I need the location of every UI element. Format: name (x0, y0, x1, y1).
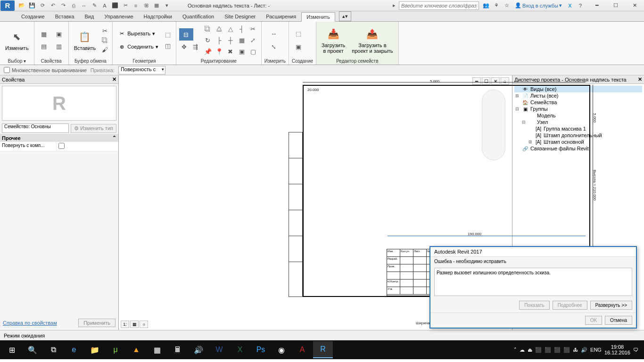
start-button[interactable]: ⊞ (2, 341, 22, 358)
cut-icon[interactable]: ✂ (100, 26, 109, 35)
open-icon[interactable]: 📂 (17, 1, 26, 10)
tray-lang[interactable]: ENG (590, 347, 602, 353)
app-logo[interactable]: R (0, 0, 15, 11)
type-props-icon[interactable]: ▤ (37, 41, 50, 52)
delete-button[interactable]: ✖ (225, 46, 236, 57)
family-cat-icon[interactable]: ▥ (52, 41, 66, 52)
edge-icon[interactable]: e (64, 341, 84, 358)
search-input[interactable] (399, 1, 479, 10)
tray-net-icon[interactable]: 🖧 (573, 347, 578, 353)
match-icon[interactable]: 🖌 (100, 45, 109, 54)
help-icon[interactable]: ? (576, 1, 585, 10)
tray-nvidia-icon[interactable]: ⬛ (535, 347, 542, 353)
word-icon[interactable]: W (209, 341, 229, 358)
explorer-icon[interactable]: 📁 (85, 341, 105, 358)
tab-expand-icon[interactable]: ▴▾ (339, 11, 351, 21)
utorrent-icon[interactable]: μ (106, 341, 125, 358)
create-group-icon[interactable]: ▣ (292, 41, 305, 53)
chrome-icon[interactable]: ◉ (272, 341, 291, 358)
measure-along-button[interactable]: ⤡ (264, 41, 283, 53)
apply-button[interactable]: Применить (78, 319, 116, 327)
exchange-icon[interactable]: X (566, 1, 574, 10)
photoshop-icon[interactable]: Ps (251, 341, 271, 358)
tray-cloud-icon[interactable]: ☁ (520, 347, 525, 353)
load-close-button[interactable]: 📤 Загрузить в проект и закрыть (349, 23, 395, 58)
paste-button[interactable]: 📋 Вставить (72, 23, 99, 58)
properties-help-link[interactable]: Справка по свойствам (3, 320, 57, 326)
wall-join-icon[interactable]: ◫ (163, 41, 173, 51)
trim-button[interactable]: ┤ (237, 24, 247, 34)
tab-create[interactable]: Создание (16, 12, 50, 21)
switch-win-icon[interactable]: ▦ (152, 1, 161, 10)
tab-manage[interactable]: Управление (99, 12, 138, 21)
view-min-icon[interactable]: ━ (472, 77, 481, 85)
properties-close-icon[interactable]: ✕ (112, 76, 116, 82)
undo-icon[interactable]: ↶ (48, 1, 58, 10)
text-icon[interactable]: A (100, 1, 109, 10)
extend-button[interactable]: ├ (214, 35, 224, 45)
close-hidden-icon[interactable]: ⊞ (141, 1, 151, 10)
tray-av-icon[interactable]: ⬛ (554, 347, 561, 353)
save-icon[interactable]: 💾 (27, 1, 37, 10)
expand-button[interactable]: Развернуть >> (590, 301, 632, 310)
mirror-draw-button[interactable]: △ (225, 24, 236, 34)
browser-close-icon[interactable]: ✕ (638, 76, 642, 82)
aimp-icon[interactable]: ▲ (126, 341, 146, 358)
tray-vol-icon[interactable]: 🔊 (581, 347, 587, 353)
tab-insert[interactable]: Вставка (50, 12, 80, 21)
qat-dropdown-icon[interactable]: ▾ (162, 1, 172, 10)
family-types-icon[interactable]: ▣ (52, 28, 66, 40)
thin-icon[interactable]: ≡ (131, 1, 140, 10)
family-type-combo[interactable]: Семейство: Основны (2, 123, 69, 133)
tray-dropbox-icon[interactable]: ⬛ (545, 347, 551, 353)
audio-icon[interactable]: 🔊 (189, 341, 208, 358)
offset-button[interactable]: ⇶ (190, 41, 201, 52)
modify-tool-button[interactable]: ⬉ Изменить (3, 23, 31, 58)
dim-icon[interactable]: ✎ (90, 1, 99, 10)
tray-usb-icon[interactable]: ⏏ (528, 347, 532, 353)
search-trigger-icon[interactable]: ▸ (389, 1, 399, 10)
tab-view[interactable]: Вид (80, 12, 99, 21)
revit-taskbar-icon[interactable]: R (313, 341, 333, 358)
unpin-button[interactable]: 📍 (214, 46, 224, 57)
total-cmd-icon[interactable]: ▦ (147, 341, 167, 358)
trim-single-button[interactable]: ┼ (225, 35, 236, 45)
view-max-icon[interactable]: ☐ (482, 77, 490, 85)
copy-icon[interactable]: ⿻ (100, 36, 109, 44)
pin-button[interactable]: 📌 (203, 46, 213, 57)
cut-geometry-button[interactable]: ✂Вырезать▾ (116, 29, 161, 38)
load-into-project-button[interactable]: 📥 Загрузить в проект (319, 23, 347, 58)
taskview-icon[interactable]: ⧉ (43, 341, 63, 358)
cancel-button[interactable]: Отмена (605, 316, 632, 325)
array-button[interactable]: ▦ (237, 35, 247, 45)
split-button[interactable]: ✂ (248, 24, 258, 34)
search-taskbar-icon[interactable]: 🔍 (23, 341, 42, 358)
prop-value[interactable] (57, 142, 118, 151)
copy-button[interactable]: ⿻ (203, 24, 213, 34)
tray-up-icon[interactable]: ˄ (514, 347, 517, 353)
comm-icon[interactable]: ⚘ (492, 1, 501, 10)
sync-icon[interactable]: ⟳ (38, 1, 47, 10)
tab-ext[interactable]: Расширения (261, 12, 301, 21)
notch-icon[interactable]: ⬚ (163, 29, 173, 40)
view3d-icon[interactable]: ⬛ (110, 1, 120, 10)
create-similar-icon[interactable]: ⬚ (292, 27, 305, 40)
tray-bt-icon[interactable]: ⬛ (563, 347, 570, 353)
view-close-icon[interactable]: ✕ (491, 77, 500, 85)
tab-quant[interactable]: Quantification (177, 12, 219, 21)
tray-notif-icon[interactable]: 🗨 (633, 347, 638, 353)
signin-button[interactable]: 👤Вход в службы▾ (513, 2, 564, 8)
calc-icon[interactable]: 🖩 (168, 341, 188, 358)
ungroup-button[interactable]: ▢ (248, 46, 258, 57)
mirror-pick-button[interactable]: ⧋ (214, 24, 224, 34)
scale-button[interactable]: ⤢ (248, 35, 258, 45)
measure-dist-button[interactable]: ↔ (264, 27, 283, 40)
tab-site[interactable]: Site Designer (219, 12, 261, 21)
snap-combo[interactable]: Поверхность с (118, 66, 165, 74)
excel-icon[interactable]: X (230, 341, 250, 358)
move-button[interactable]: ✥ (179, 41, 190, 52)
detail-icon[interactable]: ▦ (130, 321, 139, 328)
measure-icon[interactable]: ↔ (79, 1, 89, 10)
edit-type-button[interactable]: ⚙ Изменить тип (71, 124, 116, 133)
join-geometry-button[interactable]: ⊕Соединить▾ (116, 42, 161, 51)
